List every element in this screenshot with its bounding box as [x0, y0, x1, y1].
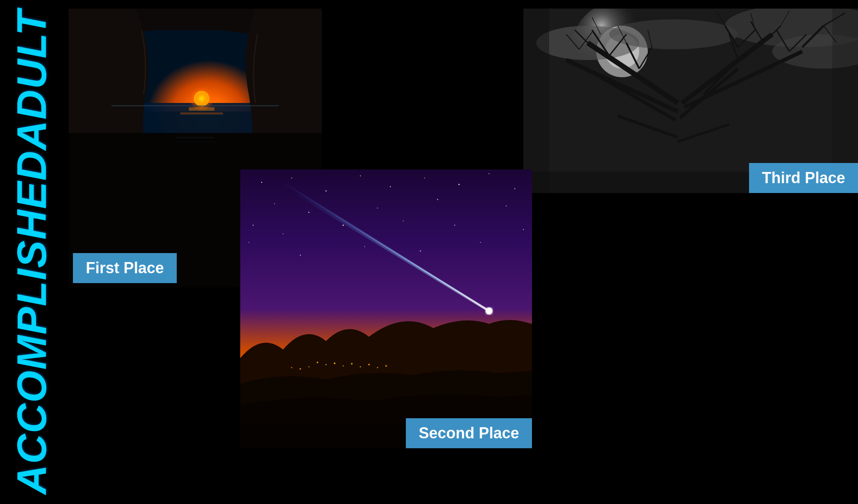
title-line-1: ADULT — [11, 9, 52, 150]
svg-point-82 — [343, 225, 344, 226]
svg-point-101 — [360, 366, 361, 368]
svg-rect-12 — [180, 112, 223, 115]
svg-point-80 — [253, 225, 254, 226]
third-place-label: Third Place — [749, 163, 858, 193]
svg-point-69 — [360, 175, 361, 176]
svg-rect-19 — [172, 142, 219, 142]
svg-point-103 — [377, 367, 378, 368]
svg-point-87 — [300, 255, 301, 256]
svg-point-74 — [514, 188, 515, 189]
svg-point-78 — [437, 199, 438, 200]
svg-point-102 — [368, 364, 370, 365]
svg-point-97 — [326, 364, 327, 365]
svg-rect-62 — [523, 9, 549, 193]
svg-rect-18 — [176, 137, 214, 138]
svg-point-106 — [299, 368, 301, 370]
vertical-title: ADULT ACCOMPLISHED — [0, 0, 63, 504]
svg-point-95 — [487, 309, 491, 313]
svg-point-88 — [364, 246, 365, 247]
svg-point-70 — [390, 186, 391, 187]
svg-point-73 — [489, 173, 489, 174]
svg-point-105 — [308, 366, 310, 368]
svg-point-104 — [385, 365, 387, 367]
svg-rect-11 — [189, 107, 214, 111]
svg-point-83 — [403, 220, 404, 221]
third-place-photo: Third Place — [523, 9, 858, 193]
title-line-2: ACCOMPLISHED — [11, 150, 52, 495]
svg-point-85 — [523, 229, 524, 230]
first-place-label: First Place — [73, 253, 177, 283]
second-place-photo: Second Place — [240, 169, 532, 448]
svg-point-99 — [343, 365, 344, 367]
svg-point-90 — [480, 242, 481, 243]
svg-point-67 — [291, 178, 292, 178]
svg-point-81 — [283, 233, 284, 234]
second-place-label: Second Place — [406, 418, 532, 448]
svg-point-84 — [454, 225, 455, 226]
svg-point-72 — [459, 184, 460, 185]
svg-point-86 — [248, 242, 249, 243]
svg-point-96 — [317, 362, 318, 363]
svg-point-100 — [351, 363, 353, 365]
svg-point-89 — [420, 250, 421, 252]
svg-point-79 — [506, 205, 507, 206]
svg-point-66 — [261, 182, 262, 183]
svg-point-98 — [334, 362, 335, 364]
svg-point-68 — [326, 190, 327, 192]
svg-point-71 — [424, 178, 425, 178]
svg-point-75 — [274, 203, 275, 204]
svg-rect-16 — [112, 105, 279, 106]
svg-point-25 — [609, 19, 738, 49]
svg-point-77 — [377, 208, 378, 208]
svg-point-107 — [291, 367, 293, 368]
svg-point-76 — [308, 212, 309, 213]
